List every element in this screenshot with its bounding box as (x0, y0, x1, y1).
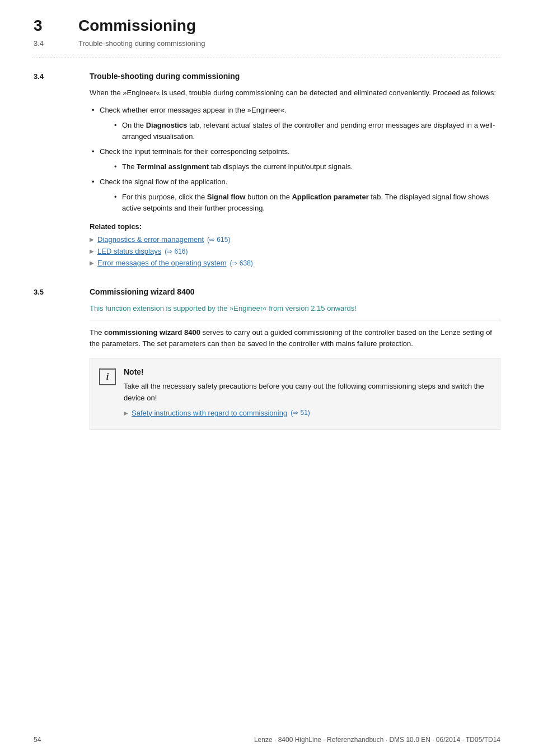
sub-bullet-2-1: The Terminal assignment tab displays the… (112, 161, 500, 173)
bullet-1-text: Check whether error messages appear in t… (100, 106, 287, 114)
arrow-icon-3: ▶ (90, 260, 94, 266)
section-34-intro: When the »Engineer« is used, trouble dur… (90, 87, 500, 99)
info-box: i Note! Take all the necessary safety pr… (90, 358, 500, 430)
bullet-3: Check the signal flow of the application… (90, 176, 500, 214)
section-divider (34, 58, 500, 58)
section-34-content: Trouble-shooting during commissioning Wh… (90, 72, 500, 270)
section-35: 3.5 Commissioning wizard 8400 This funct… (34, 287, 500, 430)
info-text: Take all the necessary safety precaution… (124, 381, 489, 404)
sub-bullet-1-1-text: On the Diagnostics tab, relevant actual … (122, 121, 495, 141)
section-35-heading: Commissioning wizard 8400 (90, 287, 500, 296)
bullet-2: Check the input terminals for their corr… (90, 146, 500, 173)
sub-list-3: For this purpose, click the Signal flow … (112, 192, 500, 215)
related-topics-label: Related topics: (90, 222, 500, 231)
info-icon: i (99, 368, 116, 385)
sub-bullet-3-1: For this purpose, click the Signal flow … (112, 192, 500, 215)
link-error-messages-ref: (⇨ 638) (230, 259, 253, 267)
info-heading: Note! (124, 367, 489, 376)
arrow-icon-1: ▶ (90, 236, 94, 242)
info-icon-letter: i (106, 372, 109, 382)
sub-header: 3.4 Trouble-shooting during commissionin… (34, 39, 500, 48)
sub-title-header: Trouble-shooting during commissioning (78, 39, 205, 48)
related-link-3[interactable]: ▶ Error messages of the operating system… (90, 259, 500, 267)
note-link[interactable]: ▶ Safety instructions with regard to com… (124, 409, 489, 417)
publication-info: Lenze · 8400 HighLine · Referenzhandbuch… (254, 736, 500, 744)
section-35-number: 3.5 (34, 287, 90, 430)
section-35-content: Commissioning wizard 8400 This function … (90, 287, 500, 430)
bullet-list-main: Check whether error messages appear in t… (90, 105, 500, 214)
bullet-3-text: Check the signal flow of the application… (100, 178, 227, 186)
chapter-number: 3 (34, 17, 62, 35)
arrow-icon-note: ▶ (124, 410, 128, 416)
section-34: 3.4 Trouble-shooting during commissionin… (34, 72, 500, 270)
page-number: 54 (34, 736, 41, 744)
link-diagnostics-ref: (⇨ 615) (207, 236, 230, 244)
sub-bullet-1-1: On the Diagnostics tab, relevant actual … (112, 120, 500, 143)
sub-bullet-3-1-text: For this purpose, click the Signal flow … (122, 193, 489, 213)
related-link-1[interactable]: ▶ Diagnostics & error management (⇨ 615) (90, 235, 500, 244)
sub-list-1: On the Diagnostics tab, relevant actual … (112, 120, 500, 143)
link-led-status[interactable]: LED status displays (97, 247, 161, 255)
info-content: Note! Take all the necessary safety prec… (124, 367, 489, 421)
link-safety[interactable]: Safety instructions with regard to commi… (132, 409, 287, 417)
section-35-para: The commissioning wizard 8400 serves to … (90, 327, 500, 351)
link-error-messages[interactable]: Error messages of the operating system (97, 259, 227, 267)
section-34-number: 3.4 (34, 72, 90, 270)
link-diagnostics[interactable]: Diagnostics & error management (97, 235, 204, 244)
page-footer: 54 Lenze · 8400 HighLine · Referenzhandb… (0, 736, 534, 744)
sub-list-2: The Terminal assignment tab displays the… (112, 161, 500, 173)
arrow-icon-2: ▶ (90, 248, 94, 254)
section-34-heading: Trouble-shooting during commissioning (90, 72, 500, 81)
related-link-2[interactable]: ▶ LED status displays (⇨ 616) (90, 247, 500, 255)
teal-notice: This function extension is supported by … (90, 303, 500, 320)
link-led-status-ref: (⇨ 616) (165, 248, 188, 255)
link-safety-ref: (⇨ 51) (291, 409, 310, 417)
bullet-1: Check whether error messages appear in t… (90, 105, 500, 143)
sub-bullet-2-1-text: The Terminal assignment tab displays the… (122, 162, 353, 171)
bullet-2-text: Check the input terminals for their corr… (100, 147, 290, 156)
chapter-title: Commissioning (78, 17, 196, 35)
sub-number: 3.4 (34, 39, 62, 48)
page: 3 Commissioning 3.4 Trouble-shooting dur… (0, 0, 534, 756)
page-header: 3 Commissioning (34, 17, 500, 35)
